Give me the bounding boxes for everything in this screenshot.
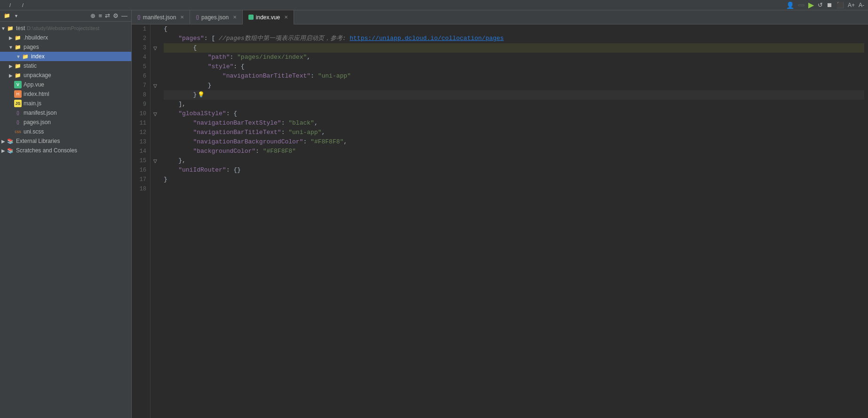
expand-arrow[interactable]: ▶ [8,63,14,69]
code-token: , [307,53,311,62]
code-token [164,118,193,128]
toolbar-right: 👤 ▶ ↺ ⏹ ⬛ A+ A- [786,0,864,9]
tree-item-App.vue[interactable]: VApp.vue [0,80,131,89]
tree-item-label: main.js [24,100,41,107]
user-icon[interactable]: 👤 [786,1,794,9]
expand-arrow[interactable]: ▼ [0,26,7,31]
settings-icon[interactable]: ⚙ [113,12,119,19]
tab-close-button[interactable]: ✕ [233,15,237,20]
code-line-16: "uniIdRouter": {} [164,166,864,175]
link[interactable]: https://uniapp.dcloud.io/collocation/pag… [350,34,504,43]
code-token: ], [164,100,186,109]
code-token [164,128,193,137]
tree-item-label: .hbuilderx [24,34,48,41]
code-content[interactable]: { "pages": [ //pages数组中第一项表示应用启动页，参考: ht… [160,24,868,418]
tree-item-manifest.json[interactable]: {}manifest.json [0,108,131,118]
code-line-6: "navigationBarTitleText": "uni-app" [164,71,864,81]
tree-item-scratches[interactable]: ▶📚Scratches and Consoles [0,146,131,155]
sync-icon[interactable]: ⇄ [105,12,110,19]
expand-arrow[interactable]: ▶ [0,139,7,144]
code-line-1: { [164,24,864,34]
stop-icon[interactable]: ⏹ [827,1,833,8]
line-number-4: 4 [132,53,146,62]
font-decrease-icon[interactable]: A- [859,2,864,8]
run-button[interactable]: ▶ [808,0,814,9]
tree-item-external[interactable]: ▶📚External Libraries [0,136,131,146]
tree-item-uni.scss[interactable]: cssuni.scss [0,127,131,136]
gutter-row-17 [151,175,160,184]
css-file-icon: css [14,128,22,135]
code-editor[interactable]: 123456789101112131415161718 ▽▽▽▽ { "page… [132,24,868,418]
expand-arrow[interactable]: ▼ [8,45,14,50]
tree-item-pages.json[interactable]: {}pages.json [0,118,131,127]
special-folder-icon: 📚 [7,147,14,154]
refresh-icon[interactable]: ↺ [818,1,823,8]
code-token: "#F8F8F8" [263,147,296,156]
hint-icon[interactable]: 💡 [198,90,205,100]
sidebar-header: 📁 ▼ ⊕ ≡ ⇄ ⚙ — [0,10,131,22]
font-increase-icon[interactable]: A+ [848,2,855,8]
code-token: , [321,128,325,137]
fold-arrow[interactable]: ▽ [153,46,157,51]
code-token: "navigationBarTitleText" [223,71,311,81]
code-token: : {} [226,166,241,175]
gutter-row-12 [151,128,160,137]
code-line-11: "navigationBarTextStyle": "black", [164,118,864,128]
tree-item-main.js[interactable]: JSmain.js [0,99,131,108]
expand-arrow[interactable]: ▼ [15,54,22,59]
gutter-row-1 [151,24,160,34]
layout-icon[interactable]: ≡ [98,12,102,19]
code-token [164,71,223,81]
line-number-15: 15 [132,156,146,166]
tree-item-hbuilderx[interactable]: ▶📁.hbuilderx [0,33,131,42]
tree-item-label: External Libraries [16,138,60,144]
expand-arrow[interactable]: ▶ [8,35,14,40]
line-number-7: 7 [132,81,146,90]
tree-item-label: index [31,53,45,60]
tabs-bar: {}manifest.json✕{}pages.json✕Vindex.vue✕ [132,10,868,24]
device-dropdown[interactable] [798,4,804,6]
nav-sep2: / [22,2,24,8]
tree-item-index.html[interactable]: Hindex.html [0,89,131,99]
tree-item-label: unpackage [24,72,51,79]
tree-item-static[interactable]: ▶📁static [0,61,131,71]
fold-arrow[interactable]: ▽ [153,83,157,88]
line-number-6: 6 [132,71,146,81]
code-token: { [164,43,197,53]
expand-arrow[interactable]: ▶ [8,73,14,78]
tab-manifest[interactable]: {}manifest.json✕ [132,10,190,24]
tab-index[interactable]: Vindex.vue✕ [243,10,294,24]
fold-arrow[interactable]: ▽ [153,111,157,117]
tree-item-unpackage[interactable]: ▶📁unpackage [0,71,131,80]
line-number-10: 10 [132,109,146,118]
tab-close-button[interactable]: ✕ [180,15,184,20]
tab-close-button[interactable]: ✕ [284,15,288,20]
tab-pages[interactable]: {}pages.json✕ [190,10,243,24]
tree-item-test[interactable]: ▼📁testD:\study\WebstormProjects\test [0,24,131,33]
top-bar: / / 👤 ▶ ↺ ⏹ ⬛ A+ A- [0,0,868,10]
tree-item-index[interactable]: ▼📁index [0,52,131,61]
code-line-4: "path": "pages/index/index", [164,53,864,62]
tree-item-pages[interactable]: ▼📁pages [0,42,131,52]
expand-arrow[interactable]: ▶ [0,148,7,153]
breadcrumb-nav: / / [4,2,29,8]
tree-item-label: test [16,25,25,32]
collapse-icon[interactable]: — [121,12,127,19]
code-token [164,147,193,156]
tab-file-icon: {} [137,15,141,20]
code-token: "backgroundColor" [193,147,255,156]
gutter: ▽▽▽▽ [151,24,160,418]
line-number-12: 12 [132,128,146,137]
chevron-down-icon[interactable]: ▼ [14,14,18,18]
code-line-3: { [164,43,864,53]
gutter-row-18 [151,184,160,194]
line-number-11: 11 [132,118,146,128]
add-icon[interactable]: ⊕ [90,12,96,19]
line-number-2: 2 [132,34,146,43]
code-token: } [164,81,211,90]
debug-icon[interactable]: ⬛ [836,1,844,8]
fold-arrow[interactable]: ▽ [153,158,157,164]
file-tree: ▼📁testD:\study\WebstormProjects\test▶📁.h… [0,22,131,418]
gutter-row-15: ▽ [151,156,160,166]
code-token: "style" [208,62,234,71]
